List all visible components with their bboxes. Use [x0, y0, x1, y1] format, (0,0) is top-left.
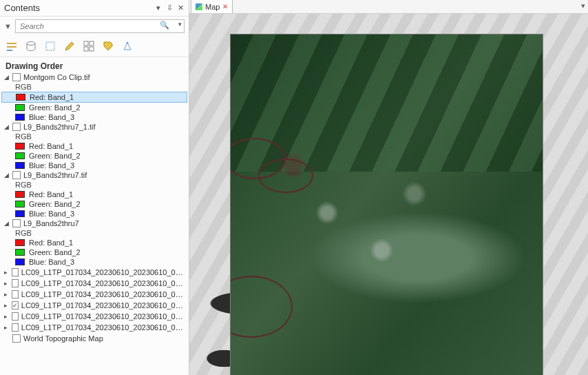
- layer-header[interactable]: ◢L9_Bands2thru7.tif: [0, 170, 189, 180]
- layer-name: LC09_L1TP_017034_20230610_20230610_02_T1…: [21, 312, 185, 321]
- visibility-checkbox[interactable]: ✓: [12, 301, 19, 310]
- visibility-checkbox[interactable]: [12, 323, 19, 332]
- band-row[interactable]: Green: Band_2: [0, 151, 189, 161]
- layer-name: LC09_L1TP_017034_20230610_20230610_02_T1…: [21, 268, 185, 276]
- band-text: Blue: Band_3: [29, 161, 74, 170]
- expand-icon[interactable]: ▸: [4, 291, 9, 298]
- map-view: Map ✕ ▾: [189, 0, 588, 375]
- layer-name: LC09_L1TP_017034_20230610_20230610_02_T1…: [21, 301, 185, 310]
- band-text: Blue: Band_3: [29, 210, 74, 218]
- rgb-label: RGB: [0, 180, 189, 190]
- layer-item[interactable]: ▸LC09_L1TP_017034_20230610_20230610_02_T…: [0, 311, 189, 322]
- expand-icon[interactable]: ▸: [4, 302, 9, 309]
- expand-icon[interactable]: ▸: [4, 324, 9, 331]
- svg-rect-4: [46, 42, 54, 50]
- band-row[interactable]: Red: Band_1: [1, 92, 187, 103]
- band-row[interactable]: Green: Band_2: [0, 103, 189, 112]
- visibility-checkbox[interactable]: [12, 279, 19, 287]
- expand-icon[interactable]: ▸: [4, 280, 9, 287]
- layer-name: Montgom Co Clip.tif: [23, 73, 90, 81]
- close-icon[interactable]: ✕: [176, 3, 185, 12]
- visibility-checkbox[interactable]: [12, 268, 19, 276]
- color-swatch: [15, 104, 25, 111]
- list-by-labeling-icon[interactable]: [102, 40, 114, 52]
- band-row[interactable]: Blue: Band_3: [0, 112, 189, 122]
- river-bend: [231, 276, 293, 338]
- layer-header[interactable]: ◢L9_Bands2thru7: [0, 219, 189, 228]
- layer-name: World Topographic Map: [23, 334, 103, 343]
- collapse-icon[interactable]: ◢: [4, 220, 10, 227]
- layer-item[interactable]: ▸LC09_L1TP_017034_20230610_20230610_02_T…: [0, 267, 189, 278]
- band-text: Red: Band_1: [29, 239, 73, 247]
- color-swatch: [15, 191, 25, 198]
- layer-header[interactable]: ◢Montgom Co Clip.tif: [0, 72, 189, 82]
- contents-pane: Contents ▾ ⇩ ✕ ▼ 🔍 ▾ Drawing Order ◢Mont…: [0, 0, 189, 375]
- color-swatch: [15, 162, 25, 169]
- layer-group: ◢L9_Bands2thru7RGBRed: Band_1Green: Band…: [0, 219, 189, 267]
- list-by-data-source-icon[interactable]: [25, 40, 37, 52]
- color-swatch: [15, 201, 25, 207]
- tab-label: Map: [205, 3, 220, 11]
- list-by-drawing-order-icon[interactable]: [6, 40, 18, 52]
- satellite-overlay: [231, 34, 543, 375]
- svg-point-3: [27, 42, 35, 45]
- list-by-snapping-icon[interactable]: [83, 40, 95, 52]
- band-row[interactable]: Blue: Band_3: [0, 209, 189, 219]
- restore-down-icon[interactable]: ▾: [581, 1, 585, 10]
- layer-item[interactable]: ▸LC09_L1TP_017034_20230610_20230610_02_T…: [0, 289, 189, 300]
- layer-group: ◢Montgom Co Clip.tifRGBRed: Band_1Green:…: [0, 72, 189, 122]
- map-tabbar: Map ✕ ▾: [189, 0, 588, 14]
- color-swatch: [15, 239, 25, 246]
- tab-close-icon[interactable]: ✕: [222, 3, 228, 10]
- band-row[interactable]: Blue: Band_3: [0, 161, 189, 170]
- band-text: Red: Band_1: [29, 190, 73, 199]
- visibility-checkbox[interactable]: [12, 312, 19, 321]
- layer-header[interactable]: ◢L9_Bands2thru7_1.tif: [0, 122, 189, 132]
- color-swatch: [15, 143, 25, 150]
- collapse-icon[interactable]: ◢: [4, 123, 10, 130]
- list-by-selection-icon[interactable]: [44, 40, 56, 52]
- svg-rect-0: [7, 43, 17, 44]
- layer-name: LC09_L1TP_017034_20230610_20230610_02_T1…: [21, 323, 185, 332]
- band-row[interactable]: Red: Band_1: [0, 190, 189, 199]
- search-icon[interactable]: 🔍: [160, 21, 169, 30]
- expand-icon[interactable]: ▸: [4, 269, 9, 276]
- pin-icon[interactable]: ⇩: [165, 3, 174, 12]
- band-row[interactable]: Red: Band_1: [0, 238, 189, 247]
- layer-item[interactable]: ▸✓LC09_L1TP_017034_20230610_20230610_02_…: [0, 300, 189, 311]
- search-dropdown-icon[interactable]: ▾: [178, 21, 182, 28]
- svg-point-9: [127, 42, 129, 44]
- collapse-icon[interactable]: ◢: [4, 172, 10, 179]
- svg-rect-6: [90, 41, 94, 45]
- drawing-order-title: Drawing Order: [0, 57, 189, 72]
- map-canvas[interactable]: [189, 14, 588, 375]
- visibility-checkbox[interactable]: [12, 334, 21, 343]
- expand-icon[interactable]: ▸: [4, 313, 9, 320]
- visibility-checkbox[interactable]: [12, 123, 21, 131]
- layer-item[interactable]: ▸LC09_L1TP_017034_20230610_20230610_02_T…: [0, 278, 189, 289]
- visibility-checkbox[interactable]: [12, 73, 21, 81]
- tab-map[interactable]: Map ✕: [191, 0, 233, 13]
- visibility-checkbox[interactable]: [12, 290, 19, 298]
- svg-rect-5: [84, 41, 88, 45]
- band-row[interactable]: Green: Band_2: [0, 247, 189, 257]
- color-swatch: [15, 114, 25, 121]
- band-text: Blue: Band_3: [29, 113, 74, 121]
- visibility-checkbox[interactable]: [12, 171, 21, 179]
- visibility-checkbox[interactable]: [12, 219, 21, 227]
- band-row[interactable]: Blue: Band_3: [0, 257, 189, 267]
- collapse-icon[interactable]: ◢: [4, 74, 10, 81]
- layer-group: ◢L9_Bands2thru7_1.tifRGBRed: Band_1Green…: [0, 122, 189, 170]
- band-row[interactable]: Red: Band_1: [0, 141, 189, 151]
- map-icon: [196, 3, 202, 10]
- chevron-down-icon[interactable]: ▾: [154, 3, 162, 12]
- list-by-perspective-icon[interactable]: [121, 40, 134, 52]
- layer-tree[interactable]: ◢Montgom Co Clip.tifRGBRed: Band_1Green:…: [0, 72, 189, 375]
- layer-item[interactable]: ▸LC09_L1TP_017034_20230610_20230610_02_T…: [0, 322, 189, 333]
- contents-title: Contents: [4, 3, 151, 13]
- layer-name: LC09_L1TP_017034_20230610_20230610_02_T1…: [21, 279, 185, 287]
- list-by-editing-icon[interactable]: [63, 40, 76, 52]
- band-row[interactable]: Green: Band_2: [0, 199, 189, 209]
- filter-icon[interactable]: ▼: [4, 22, 12, 30]
- layer-item-basemap[interactable]: ▸World Topographic Map: [0, 333, 189, 344]
